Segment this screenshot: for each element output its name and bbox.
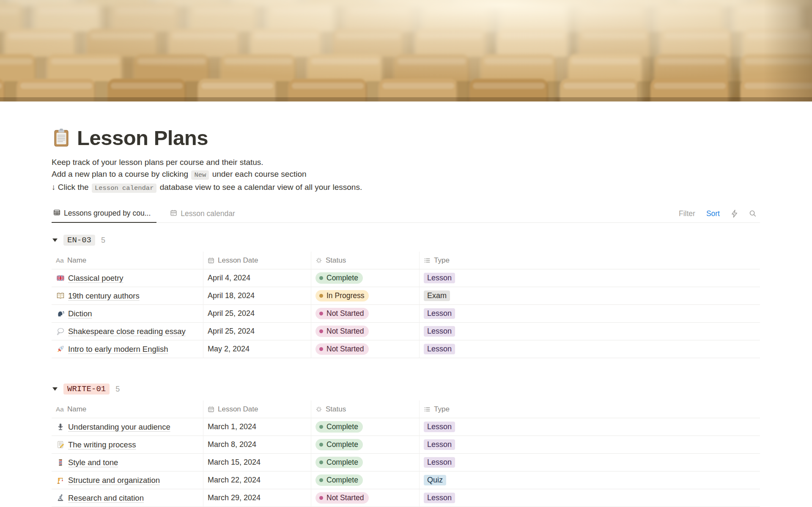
column-header-lesson-date[interactable]: Lesson Date [203,252,311,269]
name-cell[interactable]: The writing process [52,436,203,454]
type-cell[interactable]: Lesson [420,489,760,507]
status-badge[interactable]: Not Started [315,343,369,355]
status-label: Not Started [326,493,364,502]
column-header-status[interactable]: Status [311,252,420,269]
collapse-toggle-icon[interactable] [52,238,58,242]
status-badge[interactable]: Complete [315,474,363,486]
group-badge[interactable]: WRITE-01 [63,384,110,395]
lesson-date-cell[interactable]: April 4, 2024 [203,269,311,287]
lesson-date-cell[interactable]: March 29, 2024 [203,489,311,507]
lesson-title-link[interactable]: Diction [68,309,92,318]
status-badge[interactable]: Complete [315,272,363,284]
type-cell[interactable]: Lesson [420,269,760,287]
status-cell[interactable]: Complete [311,436,420,454]
status-cell[interactable]: Not Started [311,305,420,323]
status-cell[interactable]: Not Started [311,340,420,358]
type-cell[interactable]: Lesson [420,436,760,454]
table-row: Style and toneMarch 15, 2024CompleteLess… [52,454,760,471]
status-cell[interactable]: Complete [311,418,420,436]
table-row: The writing processMarch 8, 2024Complete… [52,436,760,454]
lesson-date-cell[interactable]: March 1, 2024 [203,418,311,436]
column-header-name[interactable]: AaName [52,252,203,269]
lesson-title-link[interactable]: Intro to early modern English [68,345,168,354]
sort-button[interactable]: Sort [706,209,720,218]
filter-button[interactable]: Filter [679,209,695,218]
column-header-type[interactable]: Type [420,400,760,418]
lesson-title-link[interactable]: Research and citation [68,493,144,503]
status-cell[interactable]: Complete [311,471,420,489]
column-header-label: Name [67,256,86,265]
status-cell[interactable]: In Progress [311,287,420,305]
type-cell[interactable]: Quiz [420,471,760,489]
status-burst-icon [315,406,322,413]
lesson-title-link[interactable]: Classical poetry [68,274,123,283]
lesson-date-cell[interactable]: April 25, 2024 [203,305,311,323]
type-badge[interactable]: Lesson [424,457,455,468]
status-badge[interactable]: Complete [315,457,363,468]
column-header-status[interactable]: Status [311,400,420,418]
type-cell[interactable]: Lesson [420,454,760,471]
status-cell[interactable]: Not Started [311,489,420,507]
status-badge[interactable]: Not Started [315,308,369,319]
lesson-date-cell[interactable]: March 22, 2024 [203,471,311,489]
name-cell[interactable]: Classical poetry [52,269,203,287]
group-section: EN-035AaNameLesson DateStatusTypeClassic… [52,233,760,358]
status-badge[interactable]: Not Started [315,492,369,504]
lesson-date-cell[interactable]: March 8, 2024 [203,436,311,454]
name-cell[interactable]: Research and citation [52,489,203,507]
name-cell[interactable]: Understanding your audience [52,418,203,436]
search-icon[interactable] [749,210,757,217]
lesson-title-link[interactable]: Shakespeare close reading essay [68,327,186,336]
tab-lesson-calendar[interactable]: Lesson calendar [168,205,236,223]
table-row: Research and citationMarch 29, 2024Not S… [52,489,760,507]
type-badge[interactable]: Lesson [424,422,455,432]
type-badge[interactable]: Quiz [424,475,446,485]
lesson-title-link[interactable]: The writing process [68,440,136,449]
collapse-toggle-icon[interactable] [52,387,58,391]
type-badge[interactable]: Lesson [424,326,455,337]
lesson-date-cell[interactable]: March 15, 2024 [203,454,311,471]
column-header-name[interactable]: AaName [52,400,203,418]
status-badge[interactable]: Not Started [315,326,369,337]
lesson-title-link[interactable]: Style and tone [68,458,118,467]
lesson-date: March 29, 2024 [208,493,261,502]
name-cell[interactable]: 19th century authors [52,287,203,305]
lesson-date-cell[interactable]: April 25, 2024 [203,323,311,340]
name-cell[interactable]: Intro to early modern English [52,340,203,358]
lesson-date-cell[interactable]: April 18, 2024 [203,287,311,305]
type-badge[interactable]: Lesson [424,273,455,283]
type-cell[interactable]: Lesson [420,340,760,358]
status-cell[interactable]: Complete [311,454,420,471]
name-cell[interactable]: Diction [52,305,203,323]
status-badge[interactable]: Complete [315,421,363,433]
status-cell[interactable]: Not Started [311,323,420,340]
type-cell[interactable]: Exam [420,287,760,305]
type-badge[interactable]: Lesson [424,493,455,503]
lesson-date-cell[interactable]: May 2, 2024 [203,340,311,358]
column-header-type[interactable]: Type [420,252,760,269]
type-badge[interactable]: Exam [424,290,450,301]
group-badge[interactable]: EN-03 [63,235,95,246]
type-cell[interactable]: Lesson [420,418,760,436]
column-header-lesson-date[interactable]: Lesson Date [203,400,311,418]
name-cell[interactable]: Shakespeare close reading essay [52,323,203,340]
type-badge[interactable]: Lesson [424,344,455,354]
lesson-date: April 4, 2024 [208,274,250,282]
name-cell[interactable]: Structure and organization [52,471,203,489]
type-badge[interactable]: Lesson [424,439,455,450]
type-cell[interactable]: Lesson [420,305,760,323]
type-cell[interactable]: Lesson [420,323,760,340]
list-icon [424,406,431,413]
lesson-title-link[interactable]: Understanding your audience [68,422,170,432]
status-cell[interactable]: Complete [311,269,420,287]
name-cell[interactable]: Style and tone [52,454,203,471]
tab-lessons-grouped[interactable]: Lessons grouped by cou... [52,205,156,223]
lightning-icon[interactable] [731,210,738,218]
lesson-title-link[interactable]: 19th century authors [68,291,140,301]
column-header-label: Status [326,405,346,414]
type-badge[interactable]: Lesson [424,308,455,319]
status-badge[interactable]: In Progress [315,290,369,301]
lesson-title-link[interactable]: Structure and organization [68,476,160,485]
description-line-3: ↓ Click the Lesson calendar database vie… [52,181,760,194]
status-badge[interactable]: Complete [315,439,363,450]
